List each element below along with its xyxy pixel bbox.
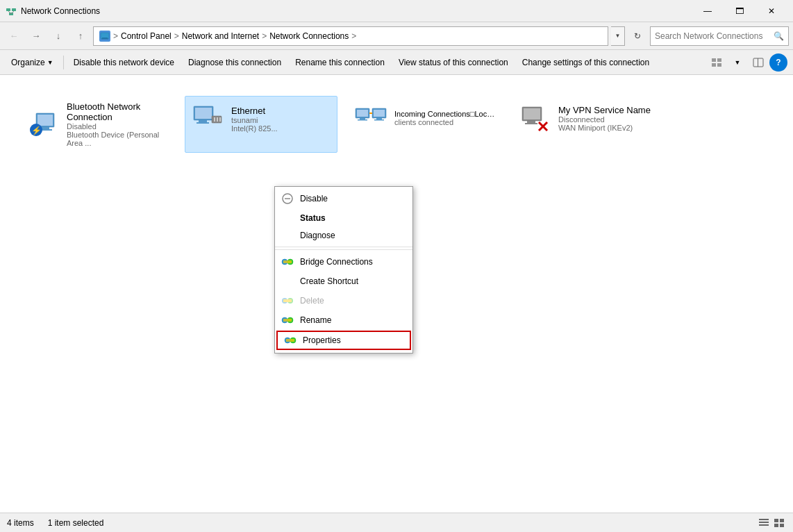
toolbar-separator-1 [63,56,64,69]
svg-rect-8 [712,58,716,62]
rename-button[interactable]: Rename this connection [290,53,390,72]
address-dropdown[interactable]: ▼ [611,26,625,46]
ctx-rename[interactable]: Rename [275,310,412,330]
details-view-button[interactable] [772,516,786,530]
search-icon: 🔍 [774,31,784,41]
close-button[interactable]: ✕ [756,0,787,22]
network-grid: ⚡ Bluetooth Network Connection Disabled … [14,89,779,160]
svg-rect-15 [37,115,53,126]
refresh-button[interactable]: ↻ [628,26,647,46]
vpn-network-icon [518,101,551,135]
preview-pane-button[interactable] [749,53,768,72]
path-separator-2: > [174,31,179,41]
window-icon [6,6,17,17]
svg-rect-63 [780,524,784,527]
svg-rect-47 [283,260,292,263]
ctx-status[interactable]: Status [275,208,412,228]
status-bar: 4 items 1 item selected [0,513,793,532]
svg-rect-31 [358,119,367,121]
svg-rect-61 [780,519,784,522]
ethernet-name: Ethernet [231,106,278,116]
ctx-shortcut[interactable]: Create Shortcut [275,272,412,291]
incoming-device: clients connected [394,118,499,126]
status-view-buttons [757,516,786,530]
ctx-diagnose[interactable]: Diagnose [275,228,412,247]
forward-button[interactable]: → [26,26,46,46]
diagnose-button[interactable]: Diagnose this connection [183,53,287,72]
help-button[interactable]: ? [769,53,787,72]
restore-button[interactable]: 🗖 [724,0,756,22]
svg-rect-38 [524,108,540,119]
svg-rect-11 [717,63,721,67]
network-item-incoming[interactable]: Incoming Connections□Local Area Connecti… [349,96,501,153]
address-bar: ← → ↓ ↑ > Control Panel > Network and In… [0,22,793,50]
network-item-ethernet-inner: Ethernet tsunami Intel(R) 825... [191,102,278,135]
list-view-button[interactable] [757,516,771,530]
vpn-sub: Disconnected [558,115,651,124]
window-title: Network Connections [21,6,100,16]
view-options-button[interactable] [707,53,726,72]
bluetooth-sub: Disabled [67,122,168,131]
network-item-ethernet[interactable]: Ethernet tsunami Intel(R) 825... [185,96,337,153]
view-dropdown-button[interactable]: ▼ [728,53,747,72]
svg-rect-22 [199,120,207,122]
svg-rect-23 [197,122,209,124]
title-bar: Network Connections — 🗖 ✕ [0,0,793,22]
svg-rect-0 [6,8,10,11]
recent-locations-button[interactable]: ↓ [49,26,68,46]
path-separator-4: > [351,31,356,41]
minimize-button[interactable]: — [692,0,724,22]
svg-rect-9 [717,58,721,62]
up-button[interactable]: ↑ [71,26,90,46]
items-count: 4 items [7,518,34,528]
ethernet-network-icon [191,102,224,135]
ctx-properties-icon [283,333,297,347]
svg-rect-27 [219,117,221,122]
network-item-vpn[interactable]: My VPN Service Name Disconnected WAN Min… [512,96,665,153]
bluetooth-network-icon: ⚡ [26,108,60,141]
svg-rect-56 [286,339,294,342]
search-box[interactable]: 🔍 [650,26,789,46]
ctx-delete[interactable]: Delete [275,291,412,310]
address-path[interactable]: > Control Panel > Network and Internet >… [93,26,608,46]
svg-rect-50 [283,299,292,302]
vpn-device: WAN Miniport (IKEv2) [558,124,651,132]
svg-rect-57 [759,519,769,520]
svg-rect-7 [101,38,108,39]
ctx-rename-icon [281,313,294,327]
path-segment-network[interactable]: Network and Internet [182,31,259,41]
incoming-name: Incoming Connections□Local Area Connecti… [394,110,499,118]
disable-button[interactable]: Disable this network device [68,53,180,72]
ctx-disable[interactable]: Disable [275,189,412,208]
svg-rect-21 [195,108,212,119]
svg-rect-1 [12,8,16,11]
incoming-net-info: Incoming Connections□Local Area Connecti… [394,110,499,126]
ctx-bridge[interactable]: Bridge Connections [275,252,412,272]
main-content: ⚡ Bluetooth Network Connection Disabled … [0,75,793,513]
changesettings-button[interactable]: Change settings of this connection [517,53,655,72]
svg-rect-13 [758,58,758,67]
svg-rect-60 [774,519,778,522]
path-segment-connections[interactable]: Network Connections [269,31,349,41]
bluetooth-device: Bluetooth Device (Personal Area ... [67,131,168,147]
svg-rect-33 [374,110,385,117]
svg-rect-30 [360,118,365,119]
network-item-incoming-inner: Incoming Connections□Local Area Connecti… [354,101,499,135]
search-input[interactable] [655,31,771,41]
title-bar-left: Network Connections [6,6,100,17]
svg-rect-53 [283,319,292,322]
path-separator-1: > [113,31,118,41]
organize-button[interactable]: Organize ▼ [6,53,59,72]
svg-rect-10 [712,63,716,67]
svg-rect-58 [759,522,769,523]
back-button[interactable]: ← [4,26,24,46]
ctx-properties[interactable]: Properties [276,331,411,350]
toolbar: Organize ▼ Disable this network device D… [0,50,793,75]
svg-rect-39 [527,121,535,123]
path-icon [99,31,110,42]
viewstatus-button[interactable]: View status of this connection [393,53,514,72]
svg-text:⚡: ⚡ [31,125,42,135]
path-segment-control-panel[interactable]: Control Panel [121,31,172,41]
network-item-bluetooth[interactable]: ⚡ Bluetooth Network Connection Disabled … [21,96,174,153]
ctx-separator-1 [275,249,412,250]
